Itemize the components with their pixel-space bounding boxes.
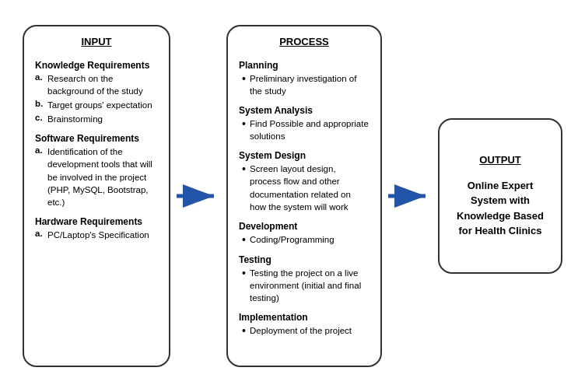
- analysis-bullet-1-text: Find Possible and appropriate solutions: [250, 117, 370, 142]
- input-item-a-label: a.: [35, 72, 47, 82]
- system-analysis-header: System Analysis: [239, 105, 313, 116]
- input-software-item-a-label: a.: [35, 145, 47, 155]
- input-software-item-a-text: Identification of the development tools …: [47, 145, 158, 208]
- implementation-header: Implementation: [239, 312, 308, 323]
- output-box: OUTPUT Online Expert System with Knowled…: [438, 118, 562, 274]
- input-item-c-text: Brainstorming: [47, 113, 103, 125]
- input-item-c: c. Brainstorming: [35, 113, 103, 125]
- bullet-icon-5: •: [242, 267, 250, 280]
- design-bullet-1-text: Screen layout design, process flow and o…: [250, 163, 370, 212]
- planning-bullet-1-text: Preliminary investigation of the study: [250, 72, 370, 97]
- analysis-bullet-1: • Find Possible and appropriate solution…: [242, 117, 370, 142]
- development-header: Development: [239, 221, 297, 232]
- design-bullet-1: • Screen layout design, process flow and…: [242, 163, 370, 212]
- implementation-bullet-1-text: Deployment of the project: [250, 324, 352, 337]
- output-title: OUTPUT: [450, 154, 550, 166]
- hardware-req-header: Hardware Requirements: [35, 216, 142, 227]
- system-design-header: System Design: [239, 150, 306, 161]
- input-hardware-item-a-text: PC/Laptop's Specification: [47, 229, 149, 241]
- testing-header: Testing: [239, 254, 271, 265]
- planning-bullet-1: • Preliminary investigation of the study: [242, 72, 370, 97]
- input-item-c-label: c.: [35, 113, 47, 122]
- bullet-icon-3: •: [242, 163, 250, 176]
- testing-bullet-1: • Testing the project on a live environm…: [242, 267, 370, 304]
- bullet-icon-6: •: [242, 324, 250, 338]
- arrow-2: [387, 182, 433, 210]
- process-title: PROCESS: [239, 36, 370, 47]
- input-item-b-text: Target groups' expectation: [47, 99, 152, 111]
- bullet-icon-2: •: [242, 117, 250, 131]
- input-item-b: b. Target groups' expectation: [35, 99, 152, 111]
- knowledge-req-header: Knowledge Requirements: [35, 60, 149, 71]
- input-software-item-a: a. Identification of the development too…: [35, 145, 158, 208]
- input-item-a: a. Research on the background of the stu…: [35, 72, 158, 97]
- arrow-1: [175, 182, 222, 210]
- development-bullet-1-text: Coding/Programming: [250, 233, 335, 246]
- software-req-header: Software Requirements: [35, 133, 139, 144]
- input-item-b-label: b.: [35, 99, 47, 108]
- input-title: INPUT: [35, 36, 158, 47]
- planning-header: Planning: [239, 60, 278, 71]
- input-item-a-text: Research on the background of the study: [47, 72, 158, 97]
- implementation-bullet-1: • Deployment of the project: [242, 324, 352, 338]
- bullet-icon-1: •: [242, 72, 250, 86]
- testing-bullet-1-text: Testing the project on a live environmen…: [250, 267, 370, 304]
- output-text: Online Expert System with Knowledge Base…: [450, 178, 550, 239]
- development-bullet-1: • Coding/Programming: [242, 233, 335, 247]
- bullet-icon-4: •: [242, 233, 250, 247]
- input-hardware-item-a: a. PC/Laptop's Specification: [35, 229, 149, 241]
- diagram-container: INPUT Knowledge Requirements a. Research…: [5, 5, 580, 387]
- process-box: PROCESS Planning • Preliminary investiga…: [226, 25, 382, 367]
- input-box: INPUT Knowledge Requirements a. Research…: [23, 25, 170, 367]
- input-hardware-item-a-label: a.: [35, 229, 47, 238]
